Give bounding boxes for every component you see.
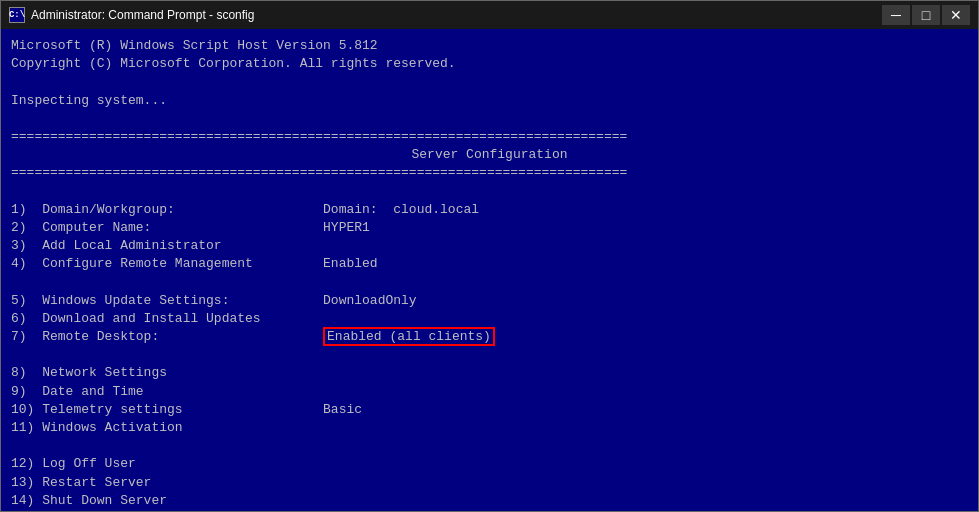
line-5	[11, 110, 968, 128]
item-7-highlight: Enabled (all clients)	[323, 327, 495, 346]
item-2: 2) Computer Name: HYPER1	[11, 219, 968, 237]
minimize-button[interactable]: ─	[882, 5, 910, 25]
separator-1: ========================================…	[11, 128, 968, 146]
line-4: Inspecting system...	[11, 92, 968, 110]
blank-3	[11, 346, 968, 364]
item-6: 6) Download and Install Updates	[11, 310, 968, 328]
window: C:\ Administrator: Command Prompt - scon…	[0, 0, 979, 512]
item-4: 4) Configure Remote Management Enabled	[11, 255, 968, 273]
item-1: 1) Domain/Workgroup: Domain: cloud.local	[11, 201, 968, 219]
item-10: 10) Telemetry settings Basic	[11, 401, 968, 419]
app-icon: C:\	[9, 7, 25, 23]
close-button[interactable]: ✕	[942, 5, 970, 25]
window-title: Administrator: Command Prompt - sconfig	[31, 8, 882, 22]
item-7-pre: 7) Remote Desktop:	[11, 329, 323, 344]
blank-2	[11, 273, 968, 291]
blank-4	[11, 437, 968, 455]
item-8: 8) Network Settings	[11, 364, 968, 382]
item-11: 11) Windows Activation	[11, 419, 968, 437]
window-controls: ─ □ ✕	[882, 5, 970, 25]
blank-1	[11, 183, 968, 201]
console-area: Microsoft (R) Windows Script Host Versio…	[1, 29, 978, 511]
item-14: 14) Shut Down Server	[11, 492, 968, 510]
item-7: 7) Remote Desktop: Enabled (all clients)	[11, 328, 968, 346]
item-12: 12) Log Off User	[11, 455, 968, 473]
section-title: Server Configuration	[11, 146, 968, 164]
item-15: 15) Exit to Command Line	[11, 510, 968, 511]
item-3: 3) Add Local Administrator	[11, 237, 968, 255]
line-3	[11, 73, 968, 91]
item-13: 13) Restart Server	[11, 474, 968, 492]
line-2: Copyright (C) Microsoft Corporation. All…	[11, 55, 968, 73]
title-bar: C:\ Administrator: Command Prompt - scon…	[1, 1, 978, 29]
item-5: 5) Windows Update Settings: DownloadOnly	[11, 292, 968, 310]
item-9: 9) Date and Time	[11, 383, 968, 401]
line-1: Microsoft (R) Windows Script Host Versio…	[11, 37, 968, 55]
separator-2: ========================================…	[11, 164, 968, 182]
maximize-button[interactable]: □	[912, 5, 940, 25]
